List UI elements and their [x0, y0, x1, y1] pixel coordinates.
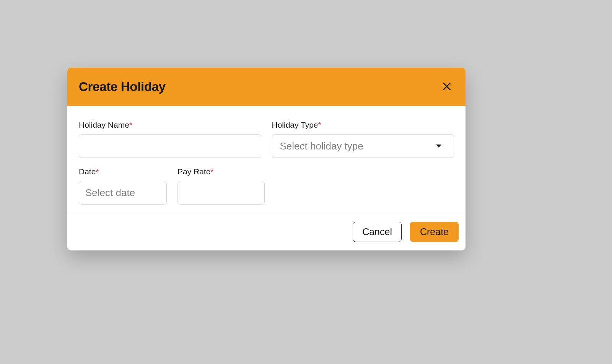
modal-title: Create Holiday: [79, 80, 166, 94]
create-button[interactable]: Create: [410, 222, 459, 242]
select-placeholder-text: Select holiday type: [280, 140, 363, 152]
close-icon: [442, 81, 452, 93]
required-mark: *: [318, 120, 321, 129]
close-button[interactable]: [439, 80, 455, 94]
label-text: Holiday Type: [272, 120, 318, 129]
create-holiday-modal: Create Holiday Holiday Name* Holiday Typ…: [67, 68, 466, 250]
holiday-type-select[interactable]: Select holiday type: [272, 134, 454, 158]
field-holiday-name: Holiday Name*: [79, 120, 261, 158]
form-row-1: Holiday Name* Holiday Type* Select holid…: [79, 120, 454, 158]
required-mark: *: [129, 120, 132, 129]
date-input[interactable]: [79, 181, 167, 205]
cancel-button[interactable]: Cancel: [353, 222, 402, 242]
field-holiday-type: Holiday Type* Select holiday type: [272, 120, 454, 158]
pay-rate-input[interactable]: [177, 181, 265, 205]
pay-rate-label: Pay Rate*: [177, 167, 265, 176]
modal-header: Create Holiday: [67, 68, 466, 106]
holiday-type-select-wrap: Select holiday type: [272, 134, 454, 158]
label-text: Date: [79, 167, 96, 176]
modal-footer: Cancel Create: [67, 214, 466, 250]
holiday-type-label: Holiday Type*: [272, 120, 454, 130]
required-mark: *: [210, 167, 213, 176]
form-row-2: Date* Pay Rate*: [79, 167, 454, 205]
field-pay-rate: Pay Rate*: [177, 167, 265, 205]
label-text: Holiday Name: [79, 120, 129, 129]
date-label: Date*: [79, 167, 167, 176]
modal-body: Holiday Name* Holiday Type* Select holid…: [67, 106, 466, 214]
field-date: Date*: [79, 167, 167, 205]
label-text: Pay Rate: [177, 167, 210, 176]
required-mark: *: [96, 167, 99, 176]
holiday-name-input[interactable]: [79, 134, 261, 158]
holiday-name-label: Holiday Name*: [79, 120, 261, 130]
